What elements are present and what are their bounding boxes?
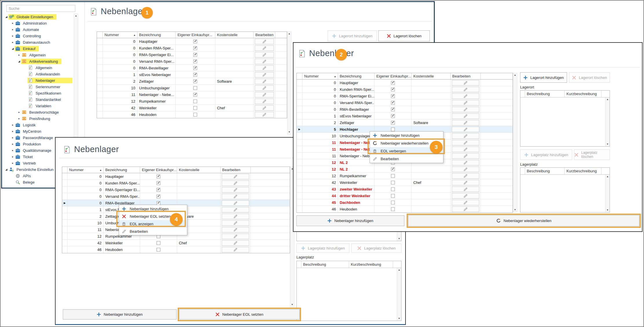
table-row[interactable]: 0Versand RMA-Sper...	[297, 99, 513, 106]
eigener-einkaufspreis-checkbox[interactable]	[157, 201, 160, 205]
column-header-bezeichnung[interactable]: Bezeichnung	[104, 167, 140, 173]
edit-row-button[interactable]	[452, 127, 480, 132]
tree-item-globale-einstellungen[interactable]: ◢Globale Einstellungen	[4, 14, 74, 20]
table-row[interactable]: 2ZeltlagerSoftware	[97, 78, 287, 85]
table-row[interactable]: 45Dachboden	[297, 199, 513, 206]
eigener-einkaufspreis-checkbox[interactable]	[157, 188, 160, 192]
eigener-einkaufspreis-checkbox[interactable]	[391, 167, 395, 171]
scroll-up-icon[interactable]: ▲	[606, 97, 610, 101]
edit-row-button[interactable]	[222, 194, 249, 199]
edit-row-button[interactable]	[452, 140, 480, 145]
table-row[interactable]: 12Rumpelkammer	[97, 98, 287, 105]
tree-item-controlling[interactable]: ▸Controlling	[4, 33, 74, 39]
tree-item-preisfindung[interactable]: ▸Preisfindung	[4, 115, 74, 122]
scroll-down-icon[interactable]: ▼	[397, 317, 401, 321]
table-row[interactable]: 12NL 2	[297, 166, 513, 173]
edit-row-button[interactable]	[452, 167, 480, 172]
scroll-down-icon[interactable]: ▼	[606, 142, 610, 146]
list-scrollbar[interactable]: ▲▼	[605, 175, 610, 212]
expander-open-icon[interactable]: ◢	[4, 15, 8, 18]
set-eol-button[interactable]: Nebenlager EOL setzten	[179, 309, 300, 319]
tree-item-artikelverwaltung[interactable]: ◢Artikelverwaltung	[4, 58, 74, 64]
column-header-kurzbeschreibung[interactable]: Kurzbeschreibung	[349, 261, 393, 268]
eigener-einkaufspreis-checkbox[interactable]	[391, 88, 395, 91]
table-row[interactable]: 0RMA-Sperrlager Ei...	[97, 51, 287, 58]
expander-closed-icon[interactable]: ▸	[17, 53, 21, 56]
tree-item-automate[interactable]: ▸Automate	[4, 26, 74, 33]
table-row[interactable]: 46Heuboden	[297, 206, 513, 213]
eigener-einkaufspreis-checkbox[interactable]	[193, 113, 197, 117]
add-nebenlager-button[interactable]: Nebenlager hinzufügen	[63, 309, 177, 319]
edit-row-button[interactable]	[255, 85, 274, 91]
column-header-kurzbeschreibung[interactable]: Kurzbeschreibung	[565, 90, 601, 97]
eigener-einkaufspreis-checkbox[interactable]	[193, 99, 197, 103]
column-header-nummer[interactable]: Nummer▲	[67, 167, 104, 173]
expander-closed-icon[interactable]: ▸	[11, 136, 15, 139]
expander-closed-icon[interactable]: ▸	[11, 162, 15, 165]
table-row[interactable]: 0RMA-Sperrlager Ei...	[297, 93, 513, 99]
tree-item-einkauf[interactable]: ◢Einkauf	[4, 45, 74, 52]
eigener-einkaufspreis-checkbox[interactable]	[391, 187, 395, 191]
edit-row-button[interactable]	[222, 234, 249, 239]
expander-closed-icon[interactable]: ▸	[11, 41, 15, 44]
edit-row-button[interactable]	[452, 160, 480, 165]
tree-item-datenaustausch[interactable]: ▸Datenaustausch	[4, 39, 74, 45]
edit-row-button[interactable]	[255, 52, 274, 58]
eigener-einkaufspreis-checkbox[interactable]	[391, 181, 395, 184]
scroll-down-icon[interactable]: ▼	[290, 303, 294, 307]
edit-row-button[interactable]	[222, 200, 249, 206]
edit-row-button[interactable]	[452, 186, 480, 192]
column-header-eigener-einkaufspreis[interactable]: Eigener Einkaufspr...	[375, 73, 412, 79]
expander-open-icon[interactable]: ◢	[17, 60, 21, 63]
scroll-up-icon[interactable]: ▲	[74, 14, 78, 18]
edit-row-button[interactable]	[255, 59, 274, 64]
add-nebenlager-button[interactable]: Nebenlager hinzufügen	[296, 215, 404, 226]
add-lagerort-button[interactable]: Lagerort hinzufügen	[328, 30, 377, 41]
table-row[interactable]: 2ZeltlagerSoftware	[297, 119, 513, 126]
table-row[interactable]: 1stEvos Nebenlager	[297, 113, 513, 119]
edit-row-button[interactable]	[452, 147, 480, 152]
edit-row-button[interactable]	[452, 173, 480, 179]
eigener-einkaufspreis-checkbox[interactable]	[391, 101, 395, 105]
edit-row-button[interactable]	[255, 99, 274, 104]
tree-item-standardartikel[interactable]: Standardartikel	[4, 96, 74, 103]
column-header-bearbeiten[interactable]: Bearbeiten	[254, 32, 275, 38]
eigener-einkaufspreis-checkbox[interactable]	[193, 53, 197, 57]
table-row[interactable]: 0Versand RMA-Sper...	[62, 193, 290, 200]
table-row[interactable]: 0Hauptlager	[97, 38, 287, 45]
edit-row-button[interactable]	[255, 45, 274, 51]
delete-lagerort-button[interactable]: Lagerort löschen	[569, 72, 610, 83]
column-header-bearbeiten[interactable]: Bearbeiten	[451, 73, 481, 79]
delete-lagerplatz-button[interactable]: Lagerplatz löschen	[351, 243, 401, 253]
add-lagerplatz-button[interactable]: Lagerplatz hinzufügen	[520, 149, 572, 160]
table-row[interactable]: 12Rumpelkammer	[297, 173, 513, 179]
tree-item-allgemein[interactable]: Allgemein	[4, 64, 74, 71]
column-header-kostenstelle[interactable]: Kostenstelle	[215, 32, 254, 38]
eigener-einkaufspreis-checkbox[interactable]	[391, 81, 395, 85]
expander-closed-icon[interactable]: ▸	[11, 22, 15, 25]
column-header-beschreibung[interactable]: Beschreibung	[525, 90, 565, 97]
column-header-beschreibung[interactable]: Beschreibung	[525, 168, 565, 174]
column-header-bezeichnung[interactable]: Bezeichnung	[338, 73, 375, 79]
expander-closed-icon[interactable]: ▸	[17, 111, 21, 114]
expander-closed-icon[interactable]: ▸	[11, 130, 15, 133]
edit-row-button[interactable]	[452, 93, 480, 99]
tree-item-artikelwandeln[interactable]: Artikelwandeln	[4, 71, 74, 77]
eigener-einkaufspreis-checkbox[interactable]	[193, 60, 197, 63]
eigener-einkaufspreis-checkbox[interactable]	[193, 40, 197, 43]
tree-item-variablen[interactable]: Variablen	[4, 103, 74, 109]
eigener-einkaufspreis-checkbox[interactable]	[157, 248, 160, 252]
scroll-down-icon[interactable]: ▼	[397, 237, 401, 241]
edit-row-button[interactable]	[222, 174, 249, 179]
edit-row-button[interactable]	[452, 133, 480, 139]
expander-closed-icon[interactable]: ▸	[11, 143, 15, 145]
delete-lagerplatz-button[interactable]: Lagerplatz löschen	[574, 149, 610, 160]
tree-item-bestellvorschläge[interactable]: ▸Bestellvorschläge	[4, 109, 74, 115]
table-row[interactable]: 0RMA-Sperrlager Ei...	[62, 186, 290, 193]
eigener-einkaufspreis-checkbox[interactable]	[391, 128, 395, 131]
column-header-nummer[interactable]: Nummer▲	[103, 32, 137, 38]
table-row[interactable]: 46Heuboden	[62, 246, 290, 253]
expander-closed-icon[interactable]: ▸	[11, 28, 15, 31]
eigener-einkaufspreis-checkbox[interactable]	[391, 121, 395, 125]
scroll-down-icon[interactable]: ▼	[513, 208, 517, 212]
